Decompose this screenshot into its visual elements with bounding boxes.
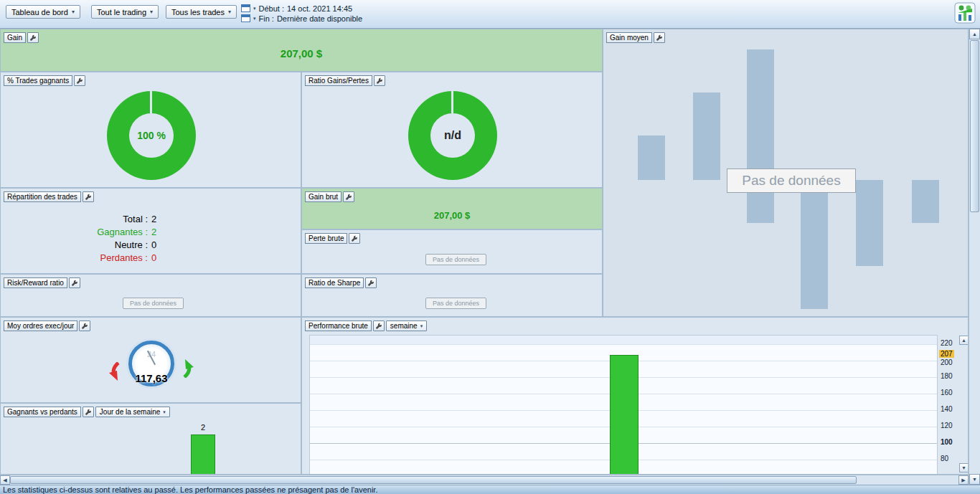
performance-bar: [610, 355, 639, 475]
disclaimer-text: Les statistiques ci-dessus sont relative…: [0, 485, 980, 494]
y-axis-tick-baseline: 100: [941, 438, 962, 446]
wrench-icon[interactable]: [343, 191, 354, 202]
arrow-up-icon: ▲: [961, 338, 966, 343]
trade-distribution-panel: Répartition des trades Total : 2 Gagnant…: [0, 188, 301, 274]
dashboard-select[interactable]: Tableau de bord ▾: [6, 5, 80, 19]
placeholder-bar: [693, 92, 720, 180]
bar-value-label: 2: [191, 423, 215, 432]
winners-vs-losers-panel: Gagnants vs perdants Jour de la semaine …: [0, 403, 301, 475]
chart-scroll-down-button[interactable]: ▼: [959, 463, 969, 472]
calendar-icon[interactable]: [241, 4, 250, 12]
gross-performance-title: Performance brute: [305, 320, 372, 331]
gross-loss-panel: Perte brute Pas de données: [301, 229, 603, 274]
winners-vs-losers-title: Gagnants vs perdants: [4, 407, 81, 417]
arrow-down-icon: ▼: [961, 465, 966, 470]
average-gain-panel: Gain moyen Pas de données: [603, 29, 969, 317]
table-row: Neutre : 0: [44, 239, 259, 252]
total-label: Total :: [44, 213, 151, 226]
risk-reward-panel: Risk/Reward ratio Pas de données: [0, 274, 301, 317]
arrow-up-icon: ▲: [972, 32, 977, 37]
losers-label: Perdantes :: [44, 252, 151, 265]
start-date-label: Début :: [259, 4, 284, 13]
neutral-value: 0: [151, 239, 156, 252]
gain-loss-ratio-panel: Ratio Gains/Pertes n/d: [301, 72, 603, 188]
end-date-value[interactable]: Dernière date disponible: [277, 14, 362, 23]
period-select-label: Jour de la semaine: [100, 408, 161, 416]
gross-gain-panel: Gain brut 207,00 $: [301, 188, 603, 229]
y-axis-tick: 160: [941, 389, 962, 396]
placeholder-bar: [856, 180, 883, 266]
avg-orders-per-day-panel: Moy ordres exec/jour 24 117,63: [0, 317, 301, 403]
wrench-icon[interactable]: [349, 233, 360, 244]
workspace-icon[interactable]: [954, 2, 976, 25]
scroll-left-button[interactable]: ◀: [0, 475, 10, 485]
placeholder-bar: [638, 136, 665, 180]
horizontal-scroll-thumb[interactable]: [10, 476, 857, 484]
avg-orders-value: 117,63: [116, 372, 187, 384]
chevron-down-icon: ▾: [420, 323, 423, 329]
winning-trades-donut-chart: 100 %: [107, 91, 196, 180]
no-data-chip: Pas de données: [425, 298, 486, 309]
neutral-label: Neutre :: [44, 239, 151, 252]
scroll-up-button[interactable]: ▲: [969, 29, 980, 39]
trades-filter-select[interactable]: Tous les trades ▾: [166, 5, 237, 19]
calendar-icon[interactable]: [241, 14, 250, 22]
start-date-value[interactable]: 14 oct. 2021 14:45: [287, 4, 352, 13]
end-date-row: ▾ Fin : Dernière date disponible: [241, 14, 362, 23]
arrow-down-icon: ▼: [972, 477, 977, 482]
table-row: Total : 2: [44, 213, 259, 226]
no-data-message: Pas de données: [727, 168, 856, 193]
placeholder-bar: [912, 180, 939, 223]
no-data-chip: Pas de données: [123, 298, 184, 309]
y-axis-tick: 80: [941, 455, 962, 462]
losers-value: 0: [151, 252, 156, 265]
trade-distribution-title: Répartition des trades: [4, 191, 81, 202]
placeholder-bar: [801, 180, 828, 309]
horizontal-scrollbar[interactable]: ◀ ▶: [0, 475, 969, 485]
gross-gain-value: 207,00 $: [302, 210, 602, 221]
timeframe-select[interactable]: semaine ▾: [386, 320, 427, 331]
table-row: Perdantes : 0: [44, 252, 259, 265]
wrench-icon[interactable]: [74, 75, 85, 86]
gain-panel: Gain 207,00 $: [0, 29, 603, 72]
performance-chart: [309, 335, 938, 475]
wrench-icon[interactable]: [373, 320, 385, 331]
arrow-left-icon: ◀: [3, 478, 6, 483]
avg-orders-per-day-title: Moy ordres exec/jour: [4, 320, 77, 331]
no-data-chip: Pas de données: [425, 254, 486, 265]
trading-dashboard: Tableau de bord ▾ Tout le trading ▾ Tous…: [0, 0, 980, 494]
wrench-icon[interactable]: [83, 191, 94, 202]
chevron-down-icon: ▾: [163, 409, 166, 415]
wrench-icon[interactable]: [654, 32, 665, 43]
gain-value: 207,00 $: [1, 47, 602, 60]
chevron-down-icon: ▾: [150, 9, 153, 15]
wrench-icon[interactable]: [69, 277, 80, 288]
top-toolbar: Tableau de bord ▾ Tout le trading ▾ Tous…: [0, 0, 980, 29]
gross-gain-title: Gain brut: [305, 191, 341, 202]
vertical-scroll-thumb[interactable]: [970, 40, 979, 212]
wrench-icon[interactable]: [374, 75, 385, 86]
chevron-down-icon: ▾: [253, 16, 256, 22]
trading-scope-label: Tout le trading: [97, 8, 146, 16]
wrench-icon[interactable]: [27, 32, 39, 43]
chevron-down-icon: ▾: [72, 9, 75, 15]
total-value: 2: [151, 213, 156, 226]
trades-filter-label: Tous les trades: [171, 8, 225, 16]
wrench-icon[interactable]: [83, 407, 94, 417]
sharpe-ratio-panel: Ratio de Sharpe Pas de données: [301, 274, 603, 317]
wrench-icon[interactable]: [79, 320, 90, 331]
gross-loss-title: Perte brute: [305, 233, 347, 244]
chart-scroll-up-button[interactable]: ▲: [959, 336, 969, 345]
status-bar: Les statistiques ci-dessus sont relative…: [0, 485, 980, 494]
dashboard-select-label: Tableau de bord: [11, 8, 68, 16]
wrench-icon[interactable]: [365, 277, 377, 288]
trading-scope-select[interactable]: Tout le trading ▾: [91, 5, 159, 19]
end-date-label: Fin :: [259, 14, 274, 23]
vertical-scrollbar[interactable]: ▲ ▼: [969, 29, 980, 485]
scroll-right-button[interactable]: ▶: [958, 475, 969, 485]
average-gain-title: Gain moyen: [606, 32, 652, 43]
y-axis-tick: 200: [941, 358, 962, 366]
period-select[interactable]: Jour de la semaine ▾: [95, 407, 170, 417]
scroll-down-button[interactable]: ▼: [969, 474, 980, 485]
winning-trades-donut-value: 100 %: [107, 91, 196, 180]
